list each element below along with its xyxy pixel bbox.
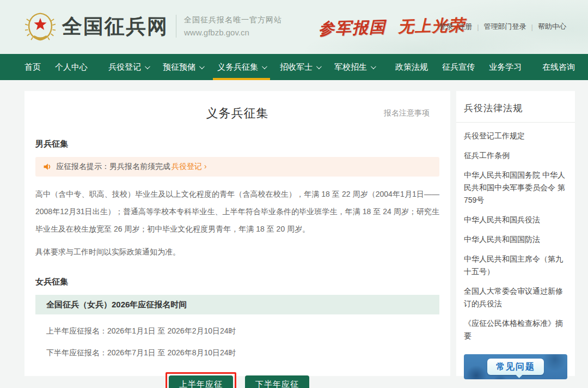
first-half-apply-button[interactable]: 上半年应征 <box>169 375 233 388</box>
nav-item-label: 首页 <box>24 54 41 80</box>
nav-pre-conscription[interactable]: 预征预储 <box>156 54 210 80</box>
site-header: 全国征兵网 全国征兵报名唯一官方网站 www.gfbzb.gov.cn 参军报国… <box>0 0 588 54</box>
registration-tip-box: 应征报名提示：男兵报名前须完成 兵役登记 › <box>35 157 439 177</box>
nav-online-consult[interactable]: 在线咨询 <box>535 54 582 80</box>
nav-item-label: 征兵宣传 <box>442 54 475 80</box>
first-half-schedule: 上半年应征报名：2026年1月1日 至 2026年2月10日24时 <box>35 326 439 336</box>
female-schedule-title: 全国征兵（女兵）2026年应征报名时间 <box>46 300 187 310</box>
site-url: www.gfbzb.gov.cn <box>184 28 282 37</box>
faq-bubble-label: 常见问题 <box>487 359 544 375</box>
nav-service-registration[interactable]: 兵役登记 <box>101 54 156 80</box>
admin-login-link[interactable]: 管理部门登录 <box>484 22 526 32</box>
registration-notes-link[interactable]: 报名注意事项 <box>384 108 430 118</box>
second-half-apply-button[interactable]: 下半年应征 <box>245 375 309 388</box>
laws-sidebar: 兵役法律法规 兵役登记工作规定 征兵工作条例 中华人民共和国国务院 中华人民共和… <box>456 91 575 376</box>
nav-compulsory-recruitment[interactable]: 义务兵征集 <box>210 54 273 80</box>
chevron-down-icon <box>199 64 205 69</box>
female-recruitment-heading: 女兵征集 <box>35 277 439 287</box>
chevron-down-icon <box>371 64 376 69</box>
nav-item-label: 招收军士 <box>280 54 313 80</box>
nav-home[interactable]: 首页 <box>17 54 48 80</box>
register-link[interactable]: 注册 <box>458 22 472 32</box>
nav-item-label: 义务兵征集 <box>217 54 258 80</box>
nav-nco-recruitment[interactable]: 招收军士 <box>273 54 327 80</box>
header-links-divider: | <box>531 23 533 31</box>
nav-item-label: 军校招生 <box>334 54 367 80</box>
sidebar-link-registration-rules[interactable]: 兵役登记工作规定 <box>464 130 567 142</box>
sidebar-link-presidential-order-95[interactable]: 中华人民共和国主席令（第九十五号） <box>464 253 567 278</box>
speaker-icon <box>43 162 52 171</box>
tagline-text: 全国征兵报名唯一官方网站 <box>184 15 282 25</box>
slogan-part1: 参军报国 <box>318 17 387 38</box>
help-center-link[interactable]: 帮助中心 <box>538 22 566 32</box>
sidebar-link-military-service-law[interactable]: 中华人民共和国兵役法 <box>464 214 567 226</box>
nav-personal-center[interactable]: 个人中心 <box>48 54 95 80</box>
nav-item-label: 个人中心 <box>55 54 88 80</box>
chevron-down-icon <box>316 64 322 69</box>
nav-policies[interactable]: 政策法规 <box>388 54 435 80</box>
nav-item-label: 预征预储 <box>163 54 195 80</box>
second-half-schedule: 下半年应征报名：2026年7月1日 至 2026年8月10日24时 <box>35 348 439 358</box>
policy-note: 具体要求与工作时间以实际政策通知为准。 <box>35 244 439 259</box>
nav-item-label: 业务学习 <box>489 54 522 80</box>
site-brand[interactable]: 全国征兵网 全国征兵报名唯一官方网站 www.gfbzb.gov.cn <box>25 11 282 41</box>
nav-supervision-report[interactable]: 监督举报 <box>582 54 588 80</box>
male-eligibility-paragraph: 高中（含中专、职高、技校）毕业生及以上文化程度的青年（含高校在校生），年满 18… <box>35 185 439 238</box>
female-schedule-header: 全国征兵（女兵）2026年应征报名时间 <box>35 295 439 314</box>
nav-item-label: 政策法规 <box>395 54 428 80</box>
faq-banner[interactable]: 常见问题 <box>464 354 567 379</box>
pla-emblem-icon <box>25 11 56 41</box>
sidebar-link-order-759[interactable]: 中华人民共和国国务院 中华人民共和国中央军事委员会令 第759号 <box>464 169 567 207</box>
annotation-highlight-box: 上半年应征 <box>166 372 236 388</box>
main-navigation: 首页 个人中心 兵役登记 预征预储 义务兵征集 招收军士 军校招生 政策法规 征… <box>0 54 588 80</box>
chevron-down-icon <box>145 64 150 69</box>
male-recruitment-heading: 男兵征集 <box>35 139 439 149</box>
page-title: 义务兵征集 <box>35 105 439 122</box>
header-links: 登录 注册 | 管理部门登录 | 帮助中心 <box>439 22 566 32</box>
sidebar-divider <box>456 122 575 123</box>
header-links-divider: | <box>477 23 479 31</box>
chevron-down-icon <box>262 64 267 69</box>
sidebar-title: 兵役法律法规 <box>464 102 567 114</box>
login-link[interactable]: 登录 <box>439 22 453 32</box>
nav-business-learning[interactable]: 业务学习 <box>482 54 529 80</box>
brand-separator <box>176 15 176 38</box>
sidebar-link-conscription-regulations[interactable]: 征兵工作条例 <box>464 149 567 162</box>
apply-buttons-row: 上半年应征 下半年应征 <box>35 372 439 388</box>
sidebar-link-national-defense-law[interactable]: 中华人民共和国国防法 <box>464 233 567 246</box>
sidebar-link-physical-exam-standards[interactable]: 《应征公民体格检查标准》摘要 <box>464 317 567 342</box>
sidebar-link-npc-revised-law[interactable]: 全国人大常委会审议通过新修订的兵役法 <box>464 285 567 310</box>
main-content-card: 义务兵征集 报名注意事项 男兵征集 应征报名提示：男兵报名前须完成 兵役登记 ›… <box>24 91 450 376</box>
nav-item-label: 在线咨询 <box>542 54 575 80</box>
nav-item-label: 兵役登记 <box>108 54 141 80</box>
nav-publicity[interactable]: 征兵宣传 <box>435 54 482 80</box>
nav-academy-admissions[interactable]: 军校招生 <box>327 54 382 80</box>
service-registration-link[interactable]: 兵役登记 › <box>171 162 207 172</box>
site-tagline: 全国征兵报名唯一官方网站 www.gfbzb.gov.cn <box>184 11 282 41</box>
site-name: 全国征兵网 <box>62 11 168 41</box>
tip-text: 应征报名提示：男兵报名前须完成 <box>56 162 170 172</box>
